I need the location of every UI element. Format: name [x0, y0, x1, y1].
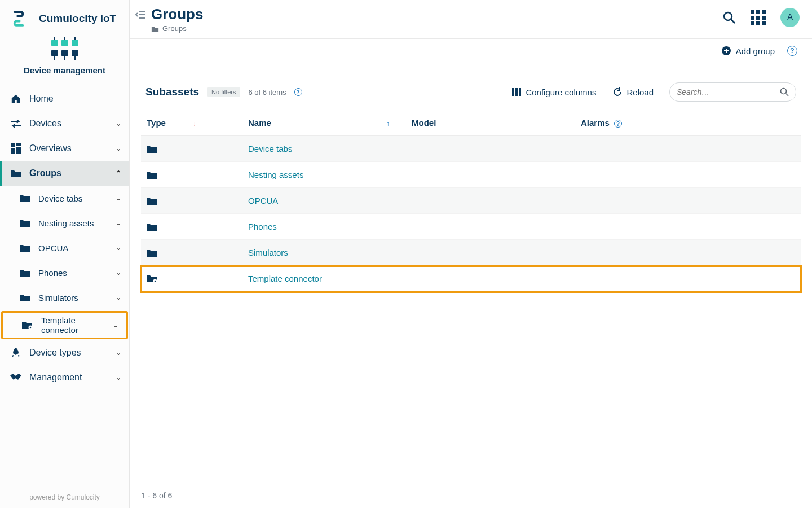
- svg-rect-12: [11, 143, 15, 147]
- brand: Cumulocity IoT: [0, 0, 129, 34]
- handshake-icon: [10, 374, 21, 382]
- add-group-label: Add group: [736, 46, 775, 56]
- chevron-down-icon: ⌄: [116, 144, 121, 152]
- svg-rect-8: [61, 50, 68, 56]
- folder-icon: [19, 194, 30, 202]
- chevron-down-icon: ⌄: [116, 194, 121, 202]
- svg-rect-14: [16, 147, 21, 154]
- panel-head: Subassets No filters 6 of 6 items ? Conf…: [141, 75, 801, 110]
- topbar: Groups Groups A: [130, 0, 812, 39]
- chevron-down-icon: ⌄: [116, 349, 121, 357]
- svg-point-27: [155, 280, 156, 282]
- breadcrumb-text[interactable]: Groups: [162, 24, 187, 33]
- module-label: Device management: [0, 65, 129, 75]
- chevron-down-icon: ⌄: [116, 120, 121, 128]
- folder-icon: [10, 169, 21, 177]
- nav-subitem-phones[interactable]: Phones⌄: [0, 260, 129, 285]
- table-row[interactable]: OPCUA: [141, 188, 801, 214]
- search-button[interactable]: [722, 11, 736, 24]
- nav-item-devices[interactable]: Devices⌄: [0, 111, 129, 136]
- svg-rect-6: [51, 50, 58, 56]
- panel-search[interactable]: [669, 82, 796, 102]
- subassets-table: Type ↓ Name ↑ Model Alarms ?: [141, 110, 801, 292]
- item-count: 6 of 6 items: [248, 88, 286, 97]
- table-row[interactable]: Nesting assets: [141, 162, 801, 188]
- svg-rect-21: [512, 88, 514, 96]
- panel-title: Subassets: [145, 86, 199, 98]
- nav-item-home[interactable]: Home: [0, 86, 129, 111]
- avatar[interactable]: A: [780, 8, 800, 27]
- panel-search-input[interactable]: [677, 87, 780, 97]
- folder-icon: [147, 171, 237, 179]
- nav-subitem-nesting-assets[interactable]: Nesting assets⌄: [0, 211, 129, 235]
- svg-point-24: [781, 89, 787, 94]
- module-block: Device management: [0, 37, 129, 81]
- sort-down-icon: ↓: [193, 120, 196, 128]
- chevron-down-icon: ⌄: [113, 321, 118, 329]
- count-help-icon[interactable]: ?: [294, 88, 302, 96]
- nav-item-overviews[interactable]: Overviews⌄: [0, 136, 129, 161]
- svg-rect-2: [61, 40, 68, 46]
- subassets-panel: Subassets No filters 6 of 6 items ? Conf…: [141, 75, 801, 292]
- pager: 1 - 6 of 6: [141, 491, 172, 500]
- reload-button[interactable]: Reload: [613, 87, 654, 97]
- add-group-button[interactable]: Add group: [721, 46, 775, 56]
- nav-subitem-simulators[interactable]: Simulators⌄: [0, 285, 129, 310]
- nav-item-management[interactable]: Management⌄: [0, 365, 129, 390]
- chevron-down-icon: ⌄: [116, 244, 121, 252]
- folder-icon: [19, 244, 30, 252]
- chevron-down-icon: ⌄: [116, 219, 121, 227]
- sidebar: Cumulocity IoT Device management HomeDev…: [0, 0, 130, 508]
- page-head: Groups Groups: [151, 6, 203, 33]
- row-link[interactable]: Simulators: [248, 248, 288, 257]
- configure-columns-button[interactable]: Configure columns: [512, 87, 596, 97]
- svg-line-19: [731, 19, 735, 23]
- folder-icon: [19, 219, 30, 227]
- col-header-alarms[interactable]: Alarms ?: [575, 110, 801, 136]
- col-header-type[interactable]: Type ↓: [141, 110, 242, 136]
- svg-rect-23: [519, 88, 521, 96]
- folder-icon: [147, 197, 237, 205]
- main: Groups Groups A: [130, 0, 812, 508]
- nav: HomeDevices⌄Overviews⌄Groups⌃Device tabs…: [0, 86, 129, 390]
- nav-subitem-template-connector[interactable]: Template connector⌄: [3, 313, 126, 338]
- row-link[interactable]: Template connector: [248, 274, 322, 283]
- svg-rect-10: [72, 50, 78, 56]
- svg-rect-22: [515, 88, 518, 96]
- table-row[interactable]: Phones: [141, 214, 801, 240]
- search-icon: [780, 87, 789, 97]
- row-link[interactable]: Nesting assets: [248, 170, 303, 179]
- row-link[interactable]: OPCUA: [248, 196, 278, 205]
- app-switcher-button[interactable]: [751, 10, 766, 25]
- dashboard-icon: [10, 143, 21, 154]
- device-management-icon: [50, 37, 80, 60]
- home-icon: [10, 94, 21, 104]
- breadcrumb: Groups: [151, 24, 203, 33]
- table-row[interactable]: Device tabs: [141, 136, 801, 162]
- col-header-name[interactable]: Name ↑: [242, 110, 406, 136]
- help-button[interactable]: ?: [787, 46, 797, 56]
- svg-rect-13: [16, 143, 21, 146]
- actionbar: Add group ?: [130, 39, 812, 63]
- nav-subitem-opcua[interactable]: OPCUA⌄: [0, 235, 129, 260]
- folder-gear-icon: [147, 274, 237, 283]
- page-title: Groups: [151, 6, 203, 23]
- table-row[interactable]: Template connector: [141, 266, 801, 292]
- collapse-sidebar-button[interactable]: [135, 10, 145, 19]
- nav-item-device-types[interactable]: Device types⌄: [0, 340, 129, 365]
- row-link[interactable]: Device tabs: [248, 144, 292, 154]
- folder-gear-icon: [22, 321, 33, 330]
- svg-point-17: [30, 327, 32, 329]
- swap-icon: [10, 120, 21, 128]
- table-row[interactable]: Simulators: [141, 240, 801, 266]
- folder-icon: [147, 223, 237, 231]
- nav-item-groups[interactable]: Groups⌃: [0, 161, 129, 186]
- svg-rect-0: [51, 40, 58, 46]
- folder-icon: [147, 145, 237, 153]
- nav-subitem-device-tabs[interactable]: Device tabs⌄: [0, 186, 129, 211]
- svg-rect-4: [72, 40, 78, 46]
- folder-icon: [147, 249, 237, 257]
- col-header-model[interactable]: Model: [406, 110, 575, 136]
- row-link[interactable]: Phones: [248, 222, 277, 231]
- alarms-help-icon[interactable]: ?: [614, 120, 622, 128]
